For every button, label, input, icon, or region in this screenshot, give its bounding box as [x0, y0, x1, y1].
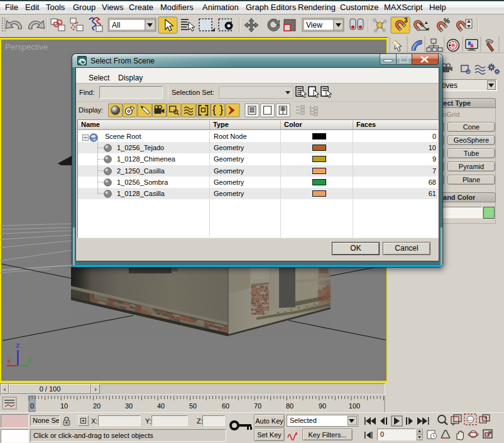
svg-text:%: % — [444, 17, 450, 25]
svg-text:View: View — [306, 21, 322, 30]
svg-text:y: y — [28, 356, 32, 364]
svg-text:z: z — [16, 342, 20, 349]
svg-text:3: 3 — [404, 17, 408, 24]
svg-text:x: x — [7, 358, 11, 365]
svg-text:All: All — [112, 21, 120, 30]
